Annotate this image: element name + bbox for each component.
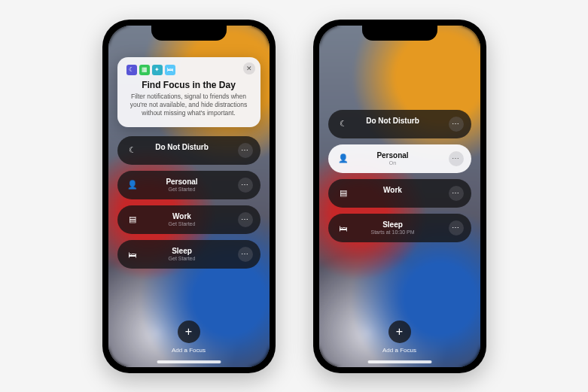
more-icon[interactable]: ⋯ [238,143,253,158]
briefcase-icon: ▤ [337,188,349,198]
info-card: ✕ ☾ ▦ ✦ 🛏 Find Focus in the Day Filter n… [117,57,260,127]
info-desc: Filter notifications, signal to friends … [126,93,251,118]
add-focus: + Add a Focus [328,321,471,360]
phone-right: ☾ Do Not Disturb ⋯ 👤 Personal On ⋯ [313,20,486,373]
focus-title: Sleep [349,220,437,229]
focus-subtitle [349,195,437,201]
bed-icon: 🛏 [126,250,139,259]
more-icon[interactable]: ⋯ [238,178,253,193]
person-icon: 👤 [337,153,349,163]
calendar-icon: ▦ [139,65,150,75]
focus-subtitle [349,126,437,132]
more-icon[interactable]: ⋯ [238,212,253,227]
focus-subtitle: On [349,160,437,166]
focus-subtitle [139,152,226,158]
focus-do-not-disturb[interactable]: ☾ Do Not Disturb ⋯ [117,136,260,165]
focus-title: Personal [349,151,437,160]
screen: ☾ Do Not Disturb ⋯ 👤 Personal On ⋯ [319,26,480,367]
focus-sleep[interactable]: 🛏 Sleep Starts at 10:30 PM ⋯ [328,214,471,242]
focus-subtitle: Starts at 10:30 PM [349,229,437,236]
add-focus-label: Add a Focus [172,347,206,354]
moon-icon: ☾ [126,65,137,75]
home-indicator[interactable] [157,360,221,363]
focus-subtitle: Get Started [139,187,226,193]
focus-sleep[interactable]: 🛏 Sleep Get Started ⋯ [117,240,260,269]
focus-subtitle: Get Started [139,256,226,262]
info-icons-row: ☾ ▦ ✦ 🛏 [126,65,251,75]
add-focus-button[interactable]: + [388,321,411,343]
screen: ✕ ☾ ▦ ✦ 🛏 Find Focus in the Day Filter n… [108,26,270,367]
home-indicator[interactable] [367,360,431,363]
add-focus-button[interactable]: + [178,321,200,343]
focus-personal[interactable]: 👤 Personal On ⋯ [328,144,471,173]
focus-work[interactable]: ▤ Work ⋯ [328,179,471,208]
bed-icon: 🛏 [165,65,175,75]
focus-panel: ✕ ☾ ▦ ✦ 🛏 Find Focus in the Day Filter n… [108,26,270,367]
person-icon: 👤 [126,180,139,190]
focus-title: Sleep [139,247,226,255]
info-title: Find Focus in the Day [126,80,251,90]
moon-icon: ☾ [126,145,139,155]
phone-left: ✕ ☾ ▦ ✦ 🛏 Find Focus in the Day Filter n… [102,20,276,373]
focus-list: ☾ Do Not Disturb ⋯ 👤 Personal Get Starte… [117,136,260,269]
focus-subtitle: Get Started [139,221,226,227]
more-icon[interactable]: ⋯ [238,247,253,262]
bed-icon: 🛏 [337,223,349,232]
focus-title: Do Not Disturb [349,117,437,125]
briefcase-icon: ▤ [126,214,139,224]
notch [362,26,437,41]
focus-work[interactable]: ▤ Work Get Started ⋯ [117,205,260,234]
focus-title: Do Not Disturb [139,143,226,151]
add-focus-label: Add a Focus [382,347,416,354]
close-icon[interactable]: ✕ [243,62,255,74]
add-focus: + Add a Focus [117,321,260,360]
notch [151,26,227,41]
focus-personal[interactable]: 👤 Personal Get Started ⋯ [117,171,260,199]
focus-list: ☾ Do Not Disturb ⋯ 👤 Personal On ⋯ [328,110,471,242]
focus-do-not-disturb[interactable]: ☾ Do Not Disturb ⋯ [328,110,471,138]
more-icon[interactable]: ⋯ [449,117,464,132]
focus-panel: ☾ Do Not Disturb ⋯ 👤 Personal On ⋯ [319,26,480,367]
more-icon[interactable]: ⋯ [449,220,464,236]
focus-title: Work [139,212,226,220]
moon-icon: ☾ [337,119,349,129]
focus-title: Work [349,186,437,194]
focus-title: Personal [139,178,226,186]
fitness-icon: ✦ [152,65,163,75]
more-icon[interactable]: ⋯ [449,151,464,166]
more-icon[interactable]: ⋯ [449,186,464,201]
